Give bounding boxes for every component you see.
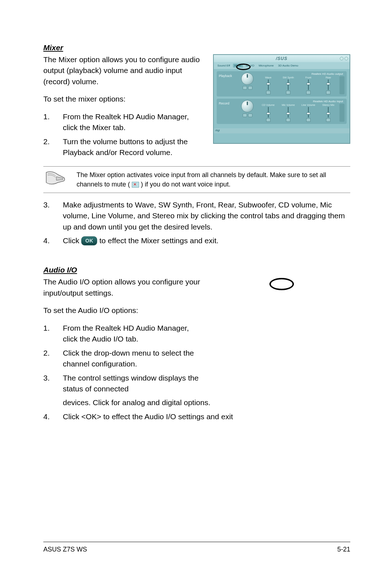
slider-track[interactable] xyxy=(288,80,289,90)
record-section: Record Realtek HD Audio Input xyxy=(217,99,347,124)
mute-icon xyxy=(132,182,139,188)
slider-wave[interactable]: Wave xyxy=(259,76,277,94)
page-footer: ASUS Z7S WS 5-21 xyxy=(43,542,350,553)
tab-microphone[interactable]: Microphone xyxy=(257,64,275,68)
ok-button-inline: OK xyxy=(81,236,97,245)
tab-bar[interactable]: Sound Eff Mixer dio I/O Microphone 3D Au… xyxy=(214,62,350,69)
slider-label: Stereo Mix xyxy=(322,104,334,106)
window-titlebar: /SUS xyxy=(214,55,350,62)
mute-toggle[interactable] xyxy=(266,91,270,94)
record-volume-knob[interactable] xyxy=(241,100,254,112)
slider-thumb[interactable] xyxy=(286,83,290,85)
mixer-screenshot: /SUS Sound Eff Mixer dio I/O Microphone … xyxy=(213,54,350,144)
footer-right: 5-21 xyxy=(337,546,350,553)
audio-preamble: To set the Audio I/O options: xyxy=(43,305,204,316)
audio-step-4: 4. Click <OK> to effect the Audio I/O se… xyxy=(43,411,350,422)
mixer-step-4: 4. Click OK to effect the Mixer settings… xyxy=(43,235,350,246)
tab-3d-audio[interactable]: 3D Audio Demo xyxy=(277,64,300,68)
mixer-intro: The Mixer option allows you to configure… xyxy=(43,54,204,87)
step-number: 3. xyxy=(43,199,56,232)
step-text: devices. Click for analog and digital op… xyxy=(63,397,350,408)
slider-line[interactable]: Line Volume xyxy=(299,104,317,122)
step-text: Click the drop-down menu to select the c… xyxy=(63,348,204,370)
slider-track[interactable] xyxy=(308,80,309,90)
tab-sound-effect[interactable]: Sound Eff xyxy=(216,64,231,68)
slider-label: Rear xyxy=(326,76,331,79)
step4-text-b: to effect the Mixer settings and exit. xyxy=(99,236,218,245)
mixer-step-2: 2. Turn the volume buttons to adjust the… xyxy=(43,136,204,158)
playback-settings-button[interactable] xyxy=(248,86,252,90)
slider-track[interactable] xyxy=(328,80,329,90)
note-text-b: ) if you do not want voice input. xyxy=(141,181,230,188)
slider-track[interactable] xyxy=(268,107,269,117)
audio-step-2: 2. Click the drop-down menu to select th… xyxy=(43,348,204,370)
window-controls[interactable] xyxy=(340,57,348,60)
close-icon[interactable] xyxy=(344,57,348,60)
step-text: Make adjustments to Wave, SW Synth, Fron… xyxy=(63,199,350,232)
step-number: 2. xyxy=(43,136,56,158)
slider-mic[interactable]: Mic Volume xyxy=(280,104,298,122)
playback-device-title: Realtek HD Audio output xyxy=(259,73,344,76)
step-text: Click OK to effect the Mixer settings an… xyxy=(63,235,350,246)
step4-text-a: Click xyxy=(63,236,81,245)
audio-step-3b: devices. Click for analog and digital op… xyxy=(43,397,350,408)
slider-track[interactable] xyxy=(288,107,289,117)
record-mute-button[interactable] xyxy=(243,113,247,117)
section-title-mixer: Mixer xyxy=(43,43,350,52)
slider-thumb[interactable] xyxy=(266,112,270,115)
record-device-title: Realtek HD Audio Input xyxy=(259,100,344,104)
record-label: Record xyxy=(219,100,235,122)
slider-track[interactable] xyxy=(268,80,269,90)
record-settings-button[interactable] xyxy=(248,113,252,117)
step-text: The control settings window displays the… xyxy=(63,373,204,395)
section-title-audio-io: Audio I/O xyxy=(43,266,350,274)
audio-step-1: 1. From the Realtek HD Audio Manager, cl… xyxy=(43,323,204,345)
mute-toggle[interactable] xyxy=(306,91,311,94)
playback-volume-knob[interactable] xyxy=(241,73,254,85)
scroll-right-button[interactable] xyxy=(339,76,344,94)
audio-intro: The Audio I/O option allows you configur… xyxy=(43,276,204,299)
slider-thumb[interactable] xyxy=(286,112,290,115)
slider-label: SW Synth xyxy=(283,76,294,79)
tab-audio-io[interactable]: dio I/O xyxy=(244,64,256,68)
minimize-icon[interactable] xyxy=(340,57,343,60)
slider-thumb[interactable] xyxy=(266,83,270,85)
playback-section: Playback Realtek HD Audio output xyxy=(217,71,347,96)
slider-swsynth[interactable]: SW Synth xyxy=(280,76,298,94)
scroll-right-button[interactable] xyxy=(339,104,344,122)
step-number: 2. xyxy=(43,348,56,370)
slider-thumb[interactable] xyxy=(326,112,330,115)
slider-thumb[interactable] xyxy=(307,83,310,85)
mute-toggle[interactable] xyxy=(326,118,330,122)
playback-mute-button[interactable] xyxy=(243,86,247,90)
step-number-blank xyxy=(43,397,56,408)
mixer-preamble: To set the mixer options: xyxy=(43,94,204,104)
step-number: 1. xyxy=(43,323,56,345)
slider-front[interactable]: Front xyxy=(299,76,317,94)
slider-label: Mic Volume xyxy=(282,104,295,106)
audio-step-3a: 3. The control settings window displays … xyxy=(43,373,204,395)
step-number: 1. xyxy=(43,111,56,133)
callout-oval-audio-io-tab xyxy=(269,278,294,290)
slider-thumb[interactable] xyxy=(326,83,330,85)
mixer-step-3: 3. Make adjustments to Wave, SW Synth, F… xyxy=(43,199,350,232)
slider-label: Line Volume xyxy=(301,104,315,106)
slider-stereomix[interactable]: Stereo Mix xyxy=(320,104,338,122)
slider-thumb[interactable] xyxy=(307,112,310,115)
step-text: Click <OK> to effect the Audio I/O setti… xyxy=(63,411,350,422)
mute-toggle[interactable] xyxy=(266,118,270,122)
mute-toggle[interactable] xyxy=(306,118,311,122)
step-text: Turn the volume buttons to adjust the Pl… xyxy=(63,136,204,158)
mute-toggle[interactable] xyxy=(326,91,330,94)
tab-mixer[interactable]: Mixer xyxy=(233,64,243,68)
slider-cd[interactable]: CD Volume xyxy=(259,104,277,122)
mute-toggle[interactable] xyxy=(286,118,290,122)
slider-label: CD Volume xyxy=(262,104,274,106)
step-number: 4. xyxy=(43,235,56,246)
slider-track[interactable] xyxy=(328,107,329,117)
slider-track[interactable] xyxy=(308,107,309,117)
note-text: The Mixer option activates voice input f… xyxy=(77,170,350,189)
mute-toggle[interactable] xyxy=(286,91,290,94)
status-bar: digi xyxy=(214,128,350,133)
slider-rear[interactable]: Rear xyxy=(320,76,338,94)
